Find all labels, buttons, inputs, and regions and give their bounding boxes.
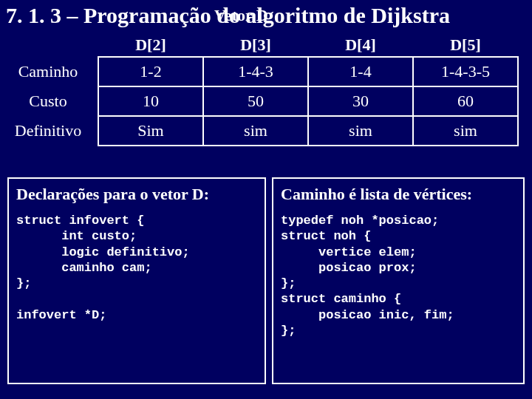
declarations-header: Declarações para o vetor D:	[16, 185, 257, 204]
path-list-box: Caminho é lista de vértices: typedef noh…	[272, 177, 525, 384]
table-corner	[4, 31, 98, 57]
row-label: Caminho	[4, 57, 98, 86]
vector-label: Vetor D	[214, 6, 268, 25]
table-cell: sim	[308, 116, 413, 146]
col-header: D[4]	[308, 31, 413, 57]
table-row: Definitivo Sim sim sim sim	[4, 116, 518, 146]
declarations-box: Declarações para o vetor D: struct infov…	[7, 177, 266, 384]
code-boxes: Declarações para o vetor D: struct infov…	[7, 177, 525, 384]
table-cell: sim	[413, 116, 518, 146]
table-cell: 1-2	[98, 57, 203, 86]
table-row: Custo 10 50 30 60	[4, 86, 518, 116]
table-cell: 1-4-3	[203, 57, 308, 86]
table-cell: Sim	[98, 116, 203, 146]
col-header: D[2]	[98, 31, 203, 57]
table-cell: 50	[203, 86, 308, 116]
path-list-header: Caminho é lista de vértices:	[281, 185, 516, 204]
table-cell: 30	[308, 86, 413, 116]
table-cell: 1-4-3-5	[413, 57, 518, 86]
table-cell: 1-4	[308, 57, 413, 86]
table-cell: 60	[413, 86, 518, 116]
table-header-row: D[2] D[3] D[4] D[5]	[4, 31, 518, 57]
col-header: D[3]	[203, 31, 308, 57]
table-row: Caminho 1-2 1-4-3 1-4 1-4-3-5	[4, 57, 518, 86]
path-list-code: typedef noh *posicao; struct noh { verti…	[281, 213, 516, 338]
col-header: D[5]	[413, 31, 518, 57]
declarations-code: struct infovert { int custo; logic defin…	[16, 213, 257, 323]
slide: 7. 1. 3 – Programação do algoritmo de Di…	[0, 0, 532, 399]
table-cell: 10	[98, 86, 203, 116]
row-label: Custo	[4, 86, 98, 116]
row-label: Definitivo	[4, 116, 98, 146]
table-cell: sim	[203, 116, 308, 146]
vector-d-table: D[2] D[3] D[4] D[5] Caminho 1-2 1-4-3 1-…	[4, 31, 519, 146]
